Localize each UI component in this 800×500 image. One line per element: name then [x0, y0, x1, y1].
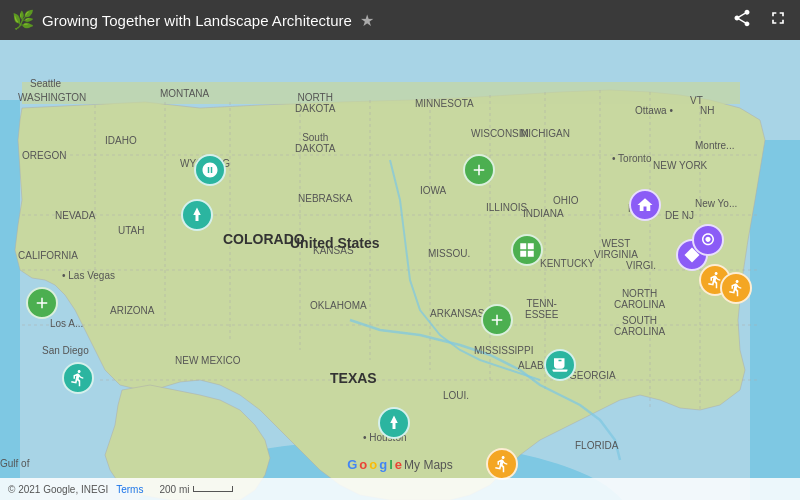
- copyright-text: © 2021 Google, INEGI: [8, 484, 108, 495]
- map-title: Growing Together with Landscape Architec…: [42, 12, 352, 29]
- tree-icon: 🌿: [12, 9, 34, 31]
- google-o-yellow: o: [369, 457, 377, 472]
- marker-newyork[interactable]: [692, 224, 724, 256]
- scale-bar: 200 mi: [159, 484, 233, 495]
- marker-wv-hiker[interactable]: [720, 272, 752, 304]
- scale-line: [193, 486, 233, 492]
- header-actions: [732, 8, 788, 33]
- marker-illinois[interactable]: [511, 234, 543, 266]
- share-button[interactable]: [732, 8, 752, 33]
- favorite-star-icon[interactable]: ★: [360, 11, 374, 30]
- marker-minnesota[interactable]: [463, 154, 495, 186]
- marker-montana[interactable]: [194, 154, 226, 186]
- marker-texas[interactable]: [378, 407, 410, 439]
- google-brand: Google My Maps: [347, 457, 453, 472]
- header-bar: 🌿 Growing Together with Landscape Archit…: [0, 0, 800, 40]
- marker-california[interactable]: [62, 362, 94, 394]
- my-maps-label: My Maps: [404, 458, 453, 472]
- fullscreen-button[interactable]: [768, 8, 788, 33]
- markers-layer: [0, 40, 800, 500]
- google-g2-blue: g: [379, 457, 387, 472]
- google-g-blue: G: [347, 457, 357, 472]
- footer-bar: © 2021 Google, INEGI Terms 200 mi: [0, 478, 800, 500]
- google-o-red: o: [359, 457, 367, 472]
- scale-label: 200 mi: [159, 484, 189, 495]
- marker-wyoming[interactable]: [181, 199, 213, 231]
- marker-toronto[interactable]: [629, 189, 661, 221]
- google-e-red: e: [395, 457, 402, 472]
- terms-link[interactable]: Terms: [116, 484, 143, 495]
- marker-nevada[interactable]: [26, 287, 58, 319]
- google-l-green: l: [389, 457, 393, 472]
- map-title-area: 🌿 Growing Together with Landscape Archit…: [12, 9, 732, 31]
- marker-louisiana[interactable]: [486, 448, 518, 480]
- map-container: 🌿 Growing Together with Landscape Archit…: [0, 0, 800, 500]
- marker-missouri[interactable]: [481, 304, 513, 336]
- marker-tennessee[interactable]: [544, 349, 576, 381]
